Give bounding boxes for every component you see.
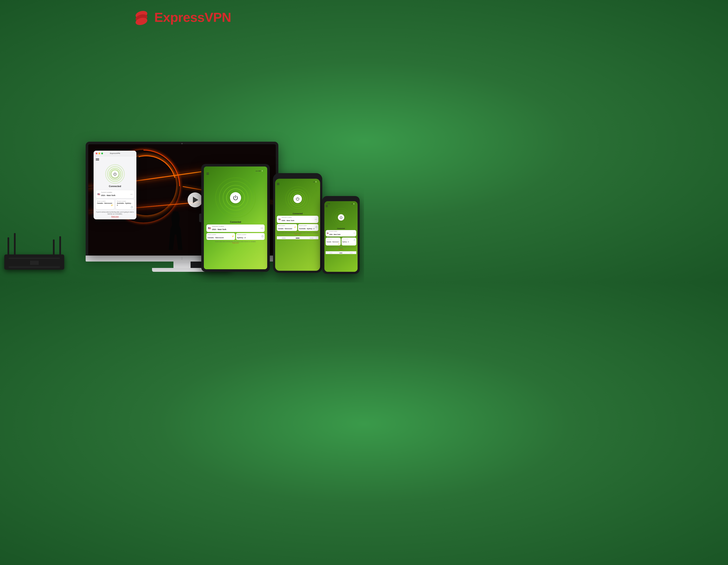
devices-container: ExpressVPN	[2, 47, 362, 282]
iphone-main-more[interactable]: ···	[315, 218, 317, 221]
ipad-location-card[interactable]: 🇺🇸 Detected Location USA - New York ···	[206, 225, 265, 232]
ipad-screen: ●●● WiFi 🔋	[204, 167, 267, 269]
iphone-small-recent[interactable]: Recent Location Sydney - 2 🕐	[342, 238, 357, 246]
nav-home[interactable]	[296, 238, 300, 239]
ipad-more-icon[interactable]: ···	[261, 227, 263, 230]
ipad-location-info: 🇺🇸 Detected Location USA - New York	[208, 226, 226, 231]
ipad-lightning-icon: ⚡	[232, 235, 234, 237]
iphone-ham-2	[277, 184, 279, 184]
more-options-icon[interactable]: ···	[130, 193, 133, 196]
smart-location-item[interactable]: Smart Location Canada - Vancouver ⚡	[96, 200, 114, 209]
maximize-button[interactable]	[101, 153, 103, 154]
iphone-s-nav-home[interactable]	[339, 253, 342, 253]
radial-background	[104, 164, 126, 184]
iphone-small-connected: Connected	[326, 228, 356, 229]
iphone-small-location-card[interactable]: 🇺🇸 Current Location USA - New York ···	[326, 230, 356, 237]
iphone-main-recent-label: Recent Location	[299, 225, 317, 226]
ipad-smart-label: Smart Location	[207, 234, 234, 235]
iphone-main-hamburger[interactable]	[277, 183, 318, 185]
ipad-smart-name: Canada - Vancouver	[207, 237, 224, 239]
router-antenna-1	[7, 237, 9, 255]
iphone-small-loc-label: Current Location	[329, 231, 340, 232]
logo-area: ExpressVPN	[133, 9, 231, 26]
iphone-main-clock: 🕐	[315, 226, 317, 228]
iphone-main-flag: 🇺🇸	[278, 218, 281, 221]
iphone-main-power-btn[interactable]	[293, 195, 302, 203]
iphone-main-recent[interactable]: Recent Location Australia - Sydney - 2 🕐	[298, 224, 318, 231]
ipad-read-more[interactable]: Read more	[206, 242, 265, 244]
iphone-small-more[interactable]: ···	[354, 232, 355, 234]
current-location-row[interactable]: 🇺🇸 Current Location USA - New York ···	[96, 190, 134, 198]
ham-line-3	[206, 174, 209, 175]
iphone-main-content: ●● 🔋	[275, 179, 320, 271]
iphone-main-status-bar: ●● 🔋	[277, 181, 318, 183]
iphone-main-smart[interactable]: Smart Location Canada - Vancouver ⚡	[277, 224, 297, 231]
iphone-small-power-btn[interactable]	[338, 214, 344, 221]
ipad-connected-label: Connected	[206, 221, 265, 223]
iphone-main-location-info: 🇺🇸 Selected Location USA - New York	[278, 217, 294, 222]
iphone-small-read-more[interactable]: Read more	[326, 249, 356, 250]
nav-back[interactable]	[282, 238, 286, 239]
ipad-power-icon	[233, 195, 239, 201]
iphone-small-loc-name: USA - New York	[329, 234, 340, 235]
ipad-flag: 🇺🇸	[208, 227, 211, 230]
close-button[interactable]	[96, 153, 97, 154]
iphone-ham-3	[277, 185, 279, 185]
iphone-s-lightning: ⚡	[338, 243, 340, 245]
iphone-main-device: ●● 🔋	[273, 173, 322, 273]
iphone-main-smart-name: Canada - Vancouver	[278, 228, 292, 230]
iphone-small-smart[interactable]: Smart Location Canada - Vancouver ⚡	[326, 238, 341, 246]
vpn-status-area: Connected	[96, 162, 134, 190]
hamburger-line-2	[96, 159, 99, 160]
mac-app-window: ExpressVPN	[94, 151, 136, 219]
router-base	[9, 266, 60, 268]
ipad-location-text: Detected Location USA - New York	[212, 226, 226, 231]
usa-flag: 🇺🇸	[97, 193, 100, 196]
ipad-smart-location[interactable]: Smart Location Canada - Vancouver ⚡	[206, 233, 235, 240]
iphone-main-read-more[interactable]: Read more	[277, 233, 318, 235]
iphone-main-bottom-nav	[277, 236, 318, 239]
iphone-s-nav-menu[interactable]	[350, 253, 353, 253]
play-button[interactable]	[188, 193, 203, 208]
recent-location-item[interactable]: Recent Location Australia - Sydney - 2 🕐	[116, 200, 134, 209]
iphone-main-loc-name: USA - New York	[282, 220, 294, 222]
ipad-hamburger[interactable]	[206, 173, 265, 175]
router-antenna-2	[14, 233, 16, 255]
iphone-small-power-icon	[339, 216, 343, 219]
iphone-main-location-card[interactable]: 🇺🇸 Selected Location USA - New York ···	[277, 216, 318, 223]
window-controls	[96, 153, 103, 154]
power-icon	[113, 172, 117, 176]
iphone-s-nav-back[interactable]	[329, 253, 332, 253]
minimize-button[interactable]	[98, 153, 100, 154]
iphone-small-hamburger[interactable]	[326, 205, 356, 207]
iphone-small-device: 9:41 ●● 🔋	[322, 196, 360, 274]
ipad-device: ●●● WiFi 🔋	[201, 164, 270, 272]
current-location-name: USA - New York	[101, 194, 115, 197]
play-icon	[193, 197, 198, 203]
iphone-s-smart-name: Canada - Vancouver	[327, 241, 339, 243]
iphone-main-radial	[277, 186, 318, 212]
lightning-icon: ⚡	[111, 204, 113, 206]
read-more-link[interactable]: Read more	[96, 216, 134, 217]
hamburger-line-3	[96, 160, 99, 161]
router-body	[4, 255, 64, 270]
window-titlebar: ExpressVPN	[94, 151, 136, 156]
iphone-s-ham-3	[326, 207, 328, 207]
clock-icon: 🕐	[131, 206, 133, 208]
power-button[interactable]	[111, 170, 119, 178]
ham-line-2	[206, 174, 209, 174]
ipad-camera-bar	[199, 214, 201, 222]
iphone-main-connected: Connected	[277, 213, 318, 215]
ipad-power-button[interactable]	[230, 192, 241, 203]
nav-menu[interactable]	[310, 238, 313, 239]
hamburger-menu[interactable]	[96, 158, 99, 161]
iphone-small-loc-info: 🇺🇸 Current Location USA - New York	[327, 231, 340, 236]
hamburger-line-1	[96, 158, 99, 159]
iphone-main-smart-label: Smart Location	[278, 225, 296, 226]
location-info: Current Location USA - New York	[101, 192, 115, 197]
router-vents	[9, 261, 60, 265]
ipad-recent-location[interactable]: Recent Location Sydney - 2 🕐	[236, 233, 265, 240]
iphone-small-radial	[326, 208, 356, 227]
ipad-quick-links: Smart Location Canada - Vancouver ⚡ Rece…	[206, 233, 265, 240]
iphone-small-promo: If you're serious about protecting data,…	[326, 247, 356, 249]
